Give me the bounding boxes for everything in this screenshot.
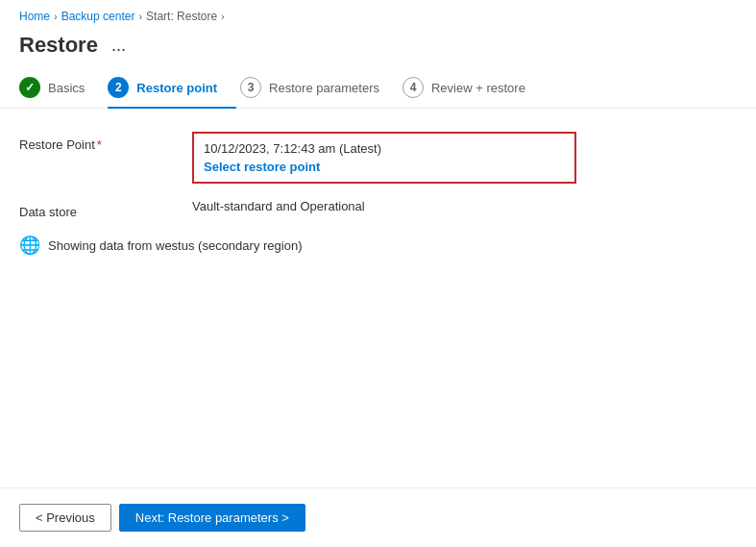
tab-basics[interactable]: ✓ Basics [19, 67, 104, 108]
breadcrumb: Home › Backup center › Start: Restore › [0, 0, 756, 29]
tab-circle-restore-params: 3 [240, 77, 261, 98]
tab-review-restore[interactable]: 4 Review + restore [402, 67, 545, 108]
tab-circle-review: 4 [402, 77, 424, 98]
wizard-tabs: ✓ Basics 2 Restore point 3 Restore param… [0, 67, 756, 109]
tab-circle-basics: ✓ [19, 77, 40, 98]
breadcrumb-sep-3: › [221, 11, 225, 22]
tab-restore-parameters[interactable]: 3 Restore parameters [240, 67, 399, 108]
restore-point-label: Restore Point* [19, 132, 192, 152]
tab-label-restore-point: Restore point [136, 81, 217, 95]
required-indicator: * [97, 137, 102, 152]
breadcrumb-current: Start: Restore [146, 10, 217, 23]
restore-point-datetime: 10/12/2023, 7:12:43 am (Latest) [204, 141, 565, 156]
info-text: Showing data from westus (secondary regi… [48, 238, 302, 253]
tab-label-review: Review + restore [431, 81, 525, 95]
select-restore-point-link[interactable]: Select restore point [204, 160, 320, 174]
tab-circle-restore-point: 2 [108, 77, 129, 98]
restore-point-box: 10/12/2023, 7:12:43 am (Latest) Select r… [192, 132, 576, 184]
data-store-label: Data store [19, 199, 192, 219]
ellipsis-button[interactable]: ... [106, 34, 132, 58]
tab-restore-point[interactable]: 2 Restore point [108, 67, 236, 108]
breadcrumb-backup-center[interactable]: Backup center [61, 10, 135, 23]
tab-label-restore-params: Restore parameters [269, 81, 379, 95]
previous-button[interactable]: < Previous [19, 504, 111, 532]
data-store-value: Vault-standard and Operational [192, 199, 737, 213]
breadcrumb-sep-1: › [54, 11, 58, 22]
next-button[interactable]: Next: Restore parameters > [119, 504, 305, 532]
breadcrumb-sep-2: › [138, 11, 142, 22]
page-header: Restore ... [0, 29, 756, 67]
page-title: Restore [19, 33, 98, 58]
form-content: Restore Point* 10/12/2023, 7:12:43 am (L… [0, 132, 756, 256]
tab-label-basics: Basics [48, 81, 85, 95]
data-store-row: Data store Vault-standard and Operationa… [19, 199, 737, 219]
globe-icon: 🌐 [19, 235, 40, 256]
breadcrumb-home[interactable]: Home [19, 10, 50, 23]
restore-point-value: 10/12/2023, 7:12:43 am (Latest) Select r… [192, 132, 737, 184]
info-row: 🌐 Showing data from westus (secondary re… [19, 235, 737, 256]
footer: < Previous Next: Restore parameters > [0, 487, 756, 547]
restore-point-row: Restore Point* 10/12/2023, 7:12:43 am (L… [19, 132, 737, 184]
